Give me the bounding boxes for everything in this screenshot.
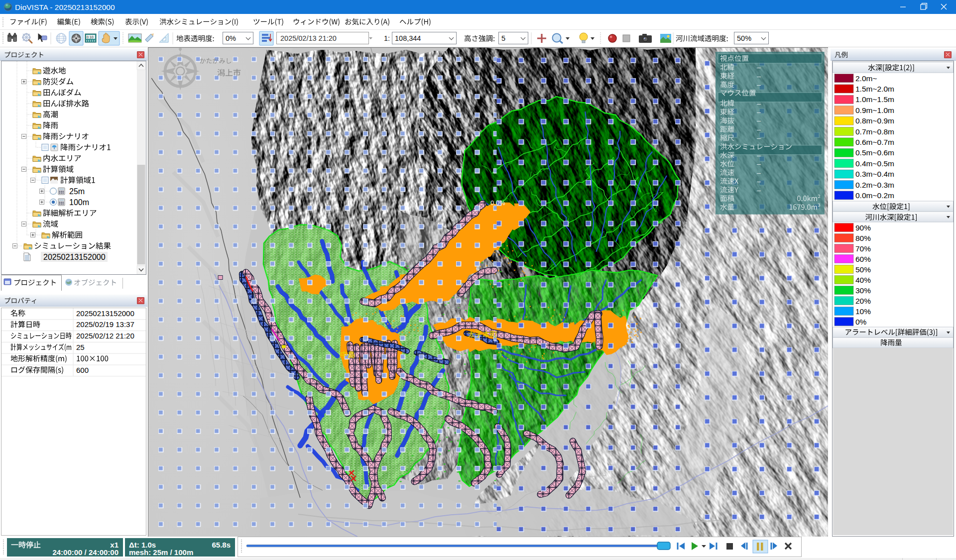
svg-text:0 10: 0 10 [87, 35, 94, 39]
